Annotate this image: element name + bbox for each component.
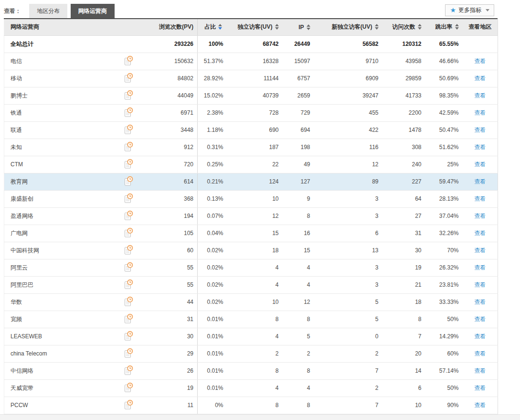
trend-history-icon[interactable] [124,73,134,85]
trend-history-icon[interactable] [124,313,134,325]
ratio-value: 0.21% [198,173,229,190]
ratio-value: 0.01% [198,379,229,397]
trend-icon-cell [121,207,140,225]
view-region-link[interactable]: 查看 [474,333,486,340]
visits-value: 29859 [382,70,425,87]
uv-value: 12 [229,207,283,225]
column-header-label: IP [298,24,304,31]
trend-history-icon[interactable] [124,124,134,136]
ratio-value: 0.01% [198,345,229,362]
visits-value: 21 [382,276,425,293]
trend-history-icon[interactable] [124,210,134,222]
view-region-link[interactable]: 查看 [474,230,486,237]
column-header-ratio[interactable]: 占比 [198,19,229,35]
trend-icon-cell [121,345,140,362]
ratio-value: 0.02% [198,276,229,293]
table-row: 中国科技网600.02%1815133070%查看 [4,242,498,259]
newuv-value: 3 [314,190,382,207]
newuv-value: 13 [314,242,382,259]
table-row: 移动8480228.92%11144675769092985950.69%查看 [4,70,498,87]
operator-name: 鹏博士 [4,87,121,104]
trend-history-icon[interactable] [124,90,134,102]
view-region-link[interactable]: 查看 [474,350,486,357]
operator-name: 盈通网络 [4,207,121,225]
pv-value: 105 [140,225,198,242]
visits-value: 2200 [382,104,425,121]
trend-history-icon[interactable] [124,382,134,394]
trend-history-icon[interactable] [124,331,134,343]
bounce-value: 46.66% [425,53,463,70]
column-header-ip[interactable]: IP [283,19,314,35]
trend-history-icon[interactable] [124,176,134,188]
table-row: 未知9120.31%18719811630851.62%查看 [4,139,498,156]
view-region-link[interactable]: 查看 [474,299,486,305]
uv-value: 68742 [229,35,283,53]
newuv-value: 6909 [314,70,382,87]
sort-icon [275,24,279,30]
view-region-link[interactable]: 查看 [474,75,486,82]
view-region-link[interactable]: 查看 [474,92,486,99]
newuv-value: 2 [314,379,382,397]
bounce-value: 59.47% [425,173,463,190]
view-region-link[interactable]: 查看 [474,178,486,185]
view-region-cell: 查看 [463,379,498,397]
bounce-value: 23.81% [425,276,463,293]
column-header-pv: 浏览次数(PV) [140,19,198,35]
column-header-newuv[interactable]: 新独立访客(UV) [314,19,382,35]
trend-history-icon[interactable] [124,262,134,274]
visits-value: 120312 [382,35,425,53]
column-header-name: 网络运营商 [4,19,121,35]
view-region-link[interactable]: 查看 [474,213,486,219]
trend-history-icon[interactable] [124,193,134,205]
column-header-visits[interactable]: 访问次数 [382,19,425,35]
trend-history-icon[interactable] [124,159,134,171]
view-region-link[interactable]: 查看 [474,367,486,374]
ip-value: 8 [283,362,314,379]
view-region-link[interactable]: 查看 [474,281,486,288]
view-region-link[interactable]: 查看 [474,195,486,202]
view-region-link[interactable]: 查看 [474,161,486,168]
view-region-link[interactable]: 查看 [474,264,486,271]
trend-history-icon[interactable] [124,245,134,257]
operator-name: 铁通 [4,104,121,121]
view-region-cell: 查看 [463,397,498,414]
trend-history-icon[interactable] [124,55,134,67]
trend-history-icon[interactable] [124,107,134,119]
pv-value: 44049 [140,87,198,104]
operator-name: 移动 [4,70,121,87]
more-metrics-button[interactable]: ★更多指标 [445,4,494,16]
view-region-link[interactable]: 查看 [474,109,486,116]
newuv-value: 7 [314,362,382,379]
trend-history-icon[interactable] [124,399,134,411]
view-region-link[interactable]: 查看 [474,247,486,254]
view-region-link[interactable]: 查看 [474,127,486,133]
view-region-link[interactable]: 查看 [474,316,486,323]
trend-history-icon[interactable] [124,296,134,308]
table-row: 华数440.02%101251833.33%查看 [4,293,498,311]
operator-name: 华数 [4,293,121,311]
trend-history-icon[interactable] [124,141,134,153]
tab-network-operator[interactable]: 网络运营商 [71,4,115,18]
trend-icon-cell [121,259,140,276]
view-region-cell: 查看 [463,190,498,207]
trend-history-icon[interactable] [124,365,134,377]
view-region-link[interactable]: 查看 [474,58,486,65]
column-header-label: 新独立访客(UV) [332,23,372,30]
view-region-cell: 查看 [463,293,498,311]
ratio-value: 0% [198,397,229,414]
pv-value: 720 [140,156,198,173]
trend-history-icon[interactable] [124,348,134,360]
tab-region-distribution[interactable]: 地区分布 [29,4,67,18]
pv-value: 614 [140,173,198,190]
pv-value: 30 [140,328,198,345]
trend-history-icon[interactable] [124,279,134,291]
visits-value: 41733 [382,87,425,104]
sort-icon [218,24,222,30]
column-header-uv[interactable]: 独立访客(UV) [229,19,283,35]
trend-history-icon[interactable] [124,227,134,239]
view-region-link[interactable]: 查看 [474,385,486,391]
view-region-link[interactable]: 查看 [474,402,486,409]
column-header-bounce[interactable]: 跳出率 [425,19,463,35]
view-region-link[interactable]: 查看 [474,144,486,151]
operator-name: 联通 [4,121,121,139]
